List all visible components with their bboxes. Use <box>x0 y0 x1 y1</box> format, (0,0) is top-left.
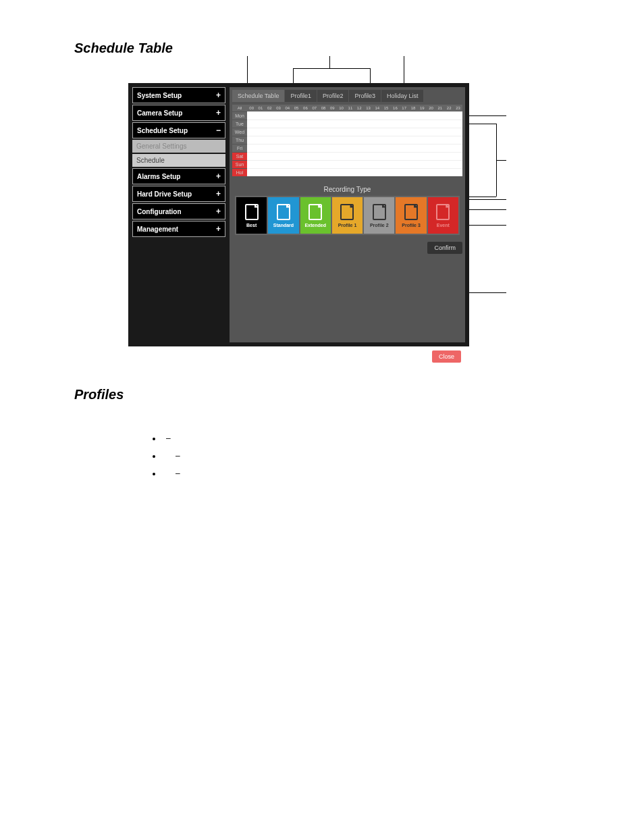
day-row-hol[interactable]: Hol <box>232 168 462 176</box>
hour-col: 22 <box>445 105 454 111</box>
rec-type-profile3[interactable]: Profile 3 <box>396 197 426 234</box>
day-label: Wed <box>232 128 247 136</box>
day-label: Sat <box>232 152 247 160</box>
tab-schedule-table[interactable]: Schedule Table <box>232 90 285 102</box>
rec-label: Profile 1 <box>338 223 357 228</box>
rec-type-profile2[interactable]: Profile 2 <box>364 197 394 234</box>
sidebar-item-schedule-setup[interactable]: Schedule Setup − <box>132 122 225 138</box>
tab-profile1[interactable]: Profile1 <box>285 90 317 102</box>
day-row-mon[interactable]: Mon <box>232 111 462 120</box>
sidebar-item-configuration[interactable]: Configuration + <box>132 203 225 219</box>
day-label: Tue <box>232 120 247 128</box>
hour-col: 02 <box>265 105 274 111</box>
rec-label: Profile 2 <box>370 223 389 228</box>
day-row-fri[interactable]: Fri <box>232 144 462 152</box>
expand-icon: + <box>216 108 221 118</box>
rec-label: Event <box>437 223 450 228</box>
hour-col: 19 <box>418 105 427 111</box>
hour-col: 08 <box>319 105 327 111</box>
day-row-tue[interactable]: Tue <box>232 120 462 128</box>
callout-lines-top <box>228 56 464 83</box>
rec-type-profile1[interactable]: Profile 1 <box>332 197 363 234</box>
hour-header: All 00 01 02 03 04 05 06 07 08 09 10 11 … <box>232 105 462 111</box>
day-label: Thu <box>232 136 247 144</box>
hour-col: 21 <box>435 105 444 111</box>
heading-schedule-table: Schedule Table <box>74 41 570 56</box>
hour-col: 10 <box>337 105 346 111</box>
day-row-thu[interactable]: Thu <box>232 136 462 144</box>
hour-col: 09 <box>328 105 337 111</box>
expand-icon: + <box>216 90 221 100</box>
recording-type-list: Best Standard Extended Profile 1 Profile… <box>235 196 460 235</box>
schedule-grid[interactable]: All 00 01 02 03 04 05 06 07 08 09 10 11 … <box>232 105 462 176</box>
rec-type-extended[interactable]: Extended <box>300 197 331 234</box>
day-row-wed[interactable]: Wed <box>232 128 462 136</box>
document-alert-icon <box>436 204 450 220</box>
rec-type-standard[interactable]: Standard <box>268 197 298 234</box>
hour-col: 15 <box>381 105 390 111</box>
profiles-bullet-list: – – – <box>162 429 570 482</box>
hour-col: 07 <box>310 105 319 111</box>
hour-col: 00 <box>247 105 256 111</box>
sidebar-subitem-schedule[interactable]: Schedule <box>132 154 225 167</box>
expand-icon: + <box>216 172 221 181</box>
sidebar-item-hard-drive-setup[interactable]: Hard Drive Setup + <box>132 186 225 202</box>
hour-col: 17 <box>400 105 408 111</box>
sidebar-item-label: Alarms Setup <box>137 173 180 180</box>
hour-col: 16 <box>391 105 400 111</box>
hour-col: 01 <box>256 105 265 111</box>
hour-col: 11 <box>346 105 354 111</box>
rec-type-event[interactable]: Event <box>428 197 458 234</box>
sidebar-item-label: System Setup <box>137 92 182 99</box>
hour-col: 05 <box>292 105 300 111</box>
day-row-sat[interactable]: Sat <box>232 152 462 160</box>
sidebar-item-label: Hard Drive Setup <box>137 190 192 198</box>
sidebar-item-alarms-setup[interactable]: Alarms Setup + <box>132 168 225 184</box>
rec-type-best[interactable]: Best <box>236 197 267 234</box>
hour-col: 06 <box>301 105 310 111</box>
list-item: – <box>162 429 570 447</box>
tab-profile3[interactable]: Profile3 <box>349 90 381 102</box>
sidebar-item-management[interactable]: Management + <box>132 221 225 237</box>
header-all[interactable]: All <box>232 105 247 111</box>
heading-profiles: Profiles <box>74 387 570 402</box>
rec-label: Standard <box>273 223 294 228</box>
hour-col: 20 <box>427 105 435 111</box>
rec-label: Profile 3 <box>402 223 421 228</box>
tab-holiday-list[interactable]: Holiday List <box>381 90 425 102</box>
day-label: Sun <box>232 160 247 168</box>
recording-type-title: Recording Type <box>235 184 460 196</box>
hour-col: 13 <box>364 105 373 111</box>
day-row-sun[interactable]: Sun <box>232 160 462 168</box>
document-star-icon <box>245 204 259 220</box>
collapse-icon: − <box>216 126 221 135</box>
sidebar-item-label: Configuration <box>137 208 182 215</box>
document-grid-icon <box>373 204 386 220</box>
day-label: Fri <box>232 144 247 152</box>
document-bars-icon <box>277 204 290 220</box>
confirm-button[interactable]: Confirm <box>427 242 462 254</box>
hour-col: 03 <box>274 105 283 111</box>
sidebar-item-label: Schedule Setup <box>137 127 188 134</box>
hour-col: 04 <box>283 105 292 111</box>
app-window: System Setup + Camera Setup + Schedule S… <box>128 83 469 346</box>
hour-col: 18 <box>408 105 417 111</box>
tab-profile2[interactable]: Profile2 <box>317 90 350 102</box>
close-button[interactable]: Close <box>432 350 461 363</box>
sidebar-item-system-setup[interactable]: System Setup + <box>132 87 225 103</box>
recording-type-section: Recording Type Best Standard Extended Pr… <box>232 182 462 238</box>
document-grid-icon <box>340 204 354 220</box>
rec-label: Best <box>246 223 257 228</box>
sidebar-subitem-general-settings[interactable]: General Settings <box>132 140 225 153</box>
document-chart-icon <box>308 204 322 220</box>
sidebar: System Setup + Camera Setup + Schedule S… <box>132 87 225 342</box>
day-label: Mon <box>232 111 247 120</box>
callout-lines-right <box>469 83 510 340</box>
main-pane: Schedule Table Profile1 Profile2 Profile… <box>230 87 465 342</box>
list-item: – <box>162 447 570 465</box>
day-label: Hol <box>232 168 247 176</box>
sidebar-item-camera-setup[interactable]: Camera Setup + <box>132 105 225 121</box>
hour-col: 23 <box>454 105 462 111</box>
rec-label: Extended <box>304 223 326 228</box>
sidebar-item-label: Management <box>137 226 178 233</box>
